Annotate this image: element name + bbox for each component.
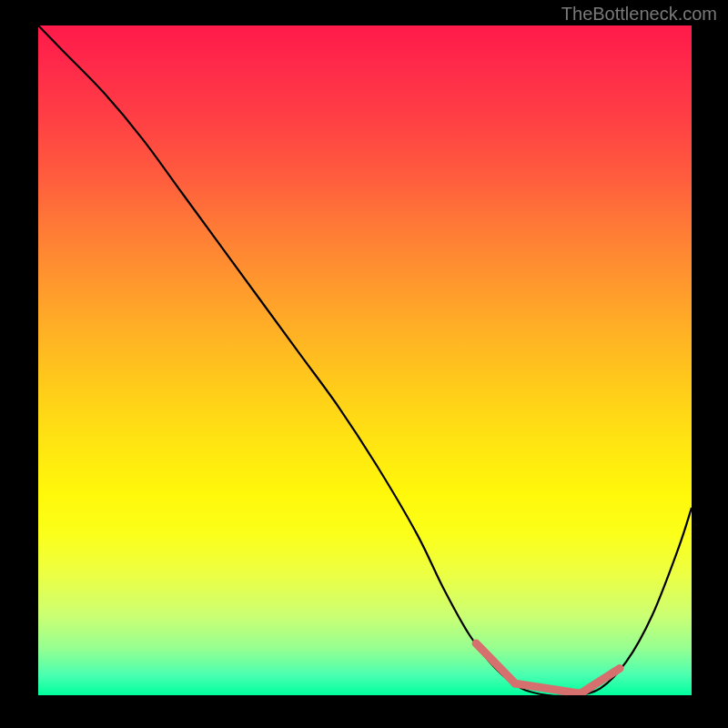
trough-highlight-left <box>476 643 515 683</box>
trough-highlight-flat <box>515 683 581 693</box>
bottleneck-line-chart <box>38 25 692 695</box>
watermark-text: TheBottleneck.com <box>561 4 717 25</box>
chart-area <box>38 25 692 695</box>
bottleneck-curve-path <box>38 25 692 695</box>
trough-highlight-right <box>581 669 620 694</box>
